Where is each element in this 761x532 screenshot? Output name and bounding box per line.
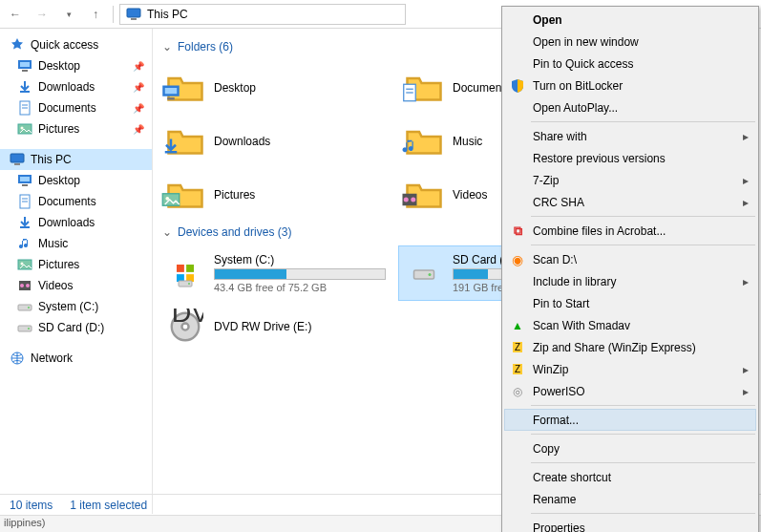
menu-open[interactable]: Open (504, 9, 756, 31)
tree-item-label: Music (38, 237, 68, 250)
breadcrumb[interactable]: This PC (119, 4, 406, 25)
tree-item-documents[interactable]: Documents 📌 (0, 97, 152, 118)
tree-item-downloads[interactable]: Downloads (0, 212, 152, 233)
folder-icon (166, 176, 204, 214)
folder-label: Pictures (214, 188, 255, 202)
menu-separator (531, 405, 755, 406)
recent-dropdown[interactable]: ▾ (57, 3, 80, 26)
menu-pin-to-quick-access[interactable]: Pin to Quick access (504, 53, 756, 74)
breadcrumb-text: This PC (147, 8, 188, 21)
tree-item-sd-card-d-[interactable]: SD Card (D:) (0, 317, 152, 338)
pc-icon (10, 152, 25, 167)
documents-icon (17, 100, 32, 116)
menu-pin-to-start[interactable]: Pin to Start (504, 292, 756, 314)
menu-poweriso[interactable]: ◎ PowerISO ▸ (504, 380, 756, 402)
menu-label: Turn on BitLocker (533, 79, 623, 93)
menu-label: Share with (533, 130, 587, 143)
menu-scan-d-[interactable]: ◉ Scan D:\ (504, 248, 756, 270)
desktop-icon (17, 58, 32, 74)
menu--zip[interactable]: 7-Zip ▸ (504, 169, 756, 191)
downloads-icon (17, 79, 32, 95)
submenu-arrow-icon: ▸ (743, 363, 749, 376)
menu-zip-and-share-winzip-express-[interactable]: Z Zip and Share (WinZip Express) (504, 336, 756, 358)
tree-quick-access[interactable]: Quick access (0, 34, 152, 55)
group-title: Devices and drives (3) (178, 225, 291, 239)
folder-pictures[interactable]: Pictures (160, 168, 399, 222)
smadav-icon: ▲ (510, 318, 525, 333)
avast-icon: ◉ (510, 252, 525, 267)
menu-restore-previous-versions[interactable]: Restore previous versions (504, 147, 756, 169)
tree-item-label: Documents (38, 195, 96, 208)
menu-include-in-library[interactable]: Include in library ▸ (504, 270, 756, 292)
menu-winzip[interactable]: Z WinZip ▸ (504, 358, 756, 380)
menu-separator (531, 245, 755, 245)
tree-item-desktop[interactable]: Desktop (0, 170, 152, 191)
drive-system-c-[interactable]: System (C:) 43.4 GB free of 75.2 GB (160, 246, 399, 300)
network-icon (10, 351, 25, 366)
tree-item-music[interactable]: Music (0, 233, 152, 254)
shield-icon (510, 78, 525, 94)
menu-label: Pin to Start (533, 297, 589, 310)
drive-dvd-rw-drive-e-[interactable]: DVD RW Drive (E:) (160, 300, 399, 353)
menu-label: Open (533, 13, 562, 27)
tree-item-downloads[interactable]: Downloads 📌 (0, 76, 152, 97)
folder-desktop[interactable]: Desktop (160, 61, 399, 115)
menu-label: Rename (533, 493, 576, 506)
downloads-icon (17, 215, 32, 230)
folder-label: Desktop (214, 81, 256, 95)
tree-item-pictures[interactable]: Pictures (0, 254, 152, 275)
menu-label: Scan D:\ (533, 253, 577, 266)
music-icon (17, 236, 32, 251)
back-button[interactable]: ← (4, 3, 27, 26)
winzip-icon: Z (510, 340, 525, 355)
tree-this-pc[interactable]: This PC (0, 149, 152, 170)
menu-label: Copy (533, 442, 560, 456)
menu-scan-with-smadav[interactable]: ▲ Scan With Smadav (504, 314, 756, 336)
menu-open-in-new-window[interactable]: Open in new window (504, 31, 756, 53)
chevron-down-icon: ⌄ (162, 225, 172, 239)
divider (113, 6, 114, 23)
tree-network[interactable]: Network (0, 348, 152, 369)
menu-turn-on-bitlocker[interactable]: Turn on BitLocker (504, 74, 756, 96)
tree-item-documents[interactable]: Documents (0, 191, 152, 212)
menu-crc-sha[interactable]: CRC SHA ▸ (504, 191, 756, 213)
tree-item-label: Pictures (38, 122, 79, 136)
folder-icon (166, 69, 204, 107)
submenu-arrow-icon: ▸ (743, 275, 749, 288)
tree-label: This PC (31, 153, 72, 166)
menu-separator (531, 434, 755, 435)
tree-item-system-c-[interactable]: System (C:) (0, 296, 152, 317)
tree-item-label: Desktop (38, 174, 80, 187)
folder-icon (166, 122, 204, 160)
tree-label: Quick access (31, 38, 98, 52)
tree-item-videos[interactable]: Videos (0, 275, 152, 296)
menu-properties[interactable]: Properties (504, 517, 756, 532)
menu-label: Scan With Smadav (533, 319, 630, 332)
videos-icon (17, 278, 32, 293)
tree-item-label: SD Card (D:) (38, 321, 104, 334)
folder-label: Music (453, 135, 482, 148)
tree-item-desktop[interactable]: Desktop 📌 (0, 55, 152, 76)
menu-combine-files-in-acrobat-[interactable]: ⧉ Combine files in Acrobat... (504, 220, 756, 242)
menu-copy[interactable]: Copy (504, 437, 756, 459)
tree-item-label: Videos (38, 279, 73, 292)
menu-share-with[interactable]: Share with ▸ (504, 125, 756, 147)
desktop-icon (17, 173, 32, 188)
menu-label: WinZip (533, 363, 568, 376)
menu-create-shortcut[interactable]: Create shortcut (504, 466, 756, 488)
menu-separator (531, 216, 755, 217)
folder-downloads[interactable]: Downloads (160, 115, 399, 168)
menu-label: PowerISO (533, 385, 585, 398)
tree-item-pictures[interactable]: Pictures 📌 (0, 118, 152, 139)
tree-item-label: Downloads (38, 216, 95, 229)
drive-icon (166, 308, 204, 346)
forward-button[interactable]: → (31, 3, 53, 26)
menu-rename[interactable]: Rename (504, 488, 756, 510)
menu-label: Combine files in Acrobat... (533, 224, 666, 238)
menu-open-autoplay-[interactable]: Open AutoPlay... (504, 96, 756, 118)
up-button[interactable]: ↑ (84, 3, 107, 26)
tree-item-label: Pictures (38, 258, 79, 271)
winzip-icon: Z (510, 362, 525, 377)
menu-format-[interactable]: Format... (504, 409, 756, 431)
pc-icon (126, 7, 141, 22)
